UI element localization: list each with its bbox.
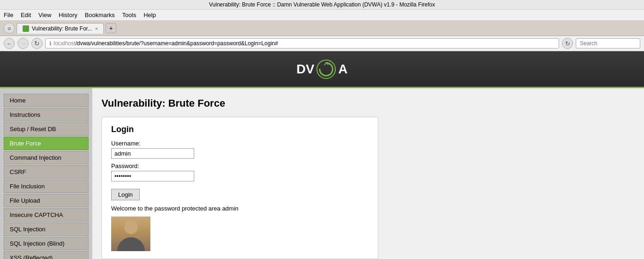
- sidebar-item-file-inclusion[interactable]: File Inclusion: [4, 180, 89, 193]
- url-bar-container[interactable]: ℹ localhost /dvwa/vulnerabilities/brute/…: [45, 38, 559, 48]
- url-protocol: localhost: [54, 40, 75, 47]
- password-group: Password:: [111, 163, 369, 181]
- dvwa-logo-text: DV: [296, 62, 314, 77]
- dvwa-logo: DV A: [296, 59, 347, 79]
- login-title: Login: [111, 125, 369, 134]
- dvwa-header: DV A: [0, 51, 644, 88]
- menu-bookmarks[interactable]: Bookmarks: [85, 12, 115, 18]
- sidebar: Home Instructions Setup / Reset DB Brute…: [0, 88, 92, 259]
- dvwa-logo-icon: [316, 59, 336, 79]
- menu-bar: File Edit View History Bookmarks Tools H…: [0, 10, 644, 21]
- sidebar-item-file-upload[interactable]: File Upload: [4, 194, 89, 207]
- menu-file[interactable]: File: [4, 12, 13, 18]
- lock-icon: ℹ: [49, 40, 52, 47]
- sidebar-item-home[interactable]: Home: [4, 94, 89, 107]
- sidebar-item-csrf[interactable]: CSRF: [4, 165, 89, 179]
- address-bar: ← → ↻ ℹ localhost /dvwa/vulnerabilities/…: [0, 36, 644, 51]
- tab-label: Vulnerability: Brute For...: [32, 25, 92, 32]
- sidebar-item-xss-reflected[interactable]: XSS (Reflected): [4, 251, 89, 259]
- password-input[interactable]: [111, 171, 194, 181]
- sidebar-item-sql-injection[interactable]: SQL Injection: [4, 223, 89, 236]
- user-avatar-image: [111, 217, 150, 251]
- user-avatar-inner: [111, 217, 150, 251]
- welcome-message: Welcome to the password protected area a…: [111, 205, 369, 212]
- login-box: Login Username: Password: Login Welcome …: [101, 117, 378, 259]
- menu-tools[interactable]: Tools: [122, 12, 136, 18]
- sidebar-item-setup-reset-db[interactable]: Setup / Reset DB: [4, 122, 89, 136]
- search-input[interactable]: [576, 38, 640, 48]
- title-bar: Vulnerability: Brute Force :: Damn Vulne…: [0, 0, 644, 10]
- page-title: Vulnerability: Brute Force: [101, 97, 635, 109]
- username-input[interactable]: [111, 148, 194, 159]
- sidebar-item-insecure-captcha[interactable]: Insecure CAPTCHA: [4, 208, 89, 222]
- main-layout: Home Instructions Setup / Reset DB Brute…: [0, 88, 644, 259]
- username-group: Username:: [111, 140, 369, 159]
- menu-edit[interactable]: Edit: [21, 12, 31, 18]
- tab-bar: ☺ Vulnerability: Brute For... × +: [0, 21, 644, 36]
- menu-history[interactable]: History: [59, 12, 77, 18]
- profile-button[interactable]: ☺: [4, 23, 15, 34]
- sidebar-item-instructions[interactable]: Instructions: [4, 108, 89, 121]
- sidebar-item-brute-force[interactable]: Brute Force: [4, 137, 89, 150]
- refresh-button[interactable]: ↻: [31, 38, 42, 49]
- page-wrapper: DV A Home Instructions Setup / Reset DB …: [0, 51, 644, 259]
- back-button[interactable]: ←: [4, 38, 15, 49]
- menu-help[interactable]: Help: [143, 12, 156, 18]
- tab-favicon: [23, 25, 29, 32]
- login-button[interactable]: Login: [111, 189, 140, 200]
- password-label: Password:: [111, 163, 369, 169]
- username-label: Username:: [111, 140, 369, 147]
- dvwa-logo-text2: A: [338, 62, 347, 77]
- forward-button[interactable]: →: [18, 38, 29, 49]
- menu-view[interactable]: View: [38, 12, 51, 18]
- active-tab[interactable]: Vulnerability: Brute For... ×: [17, 23, 104, 34]
- tab-close-button[interactable]: ×: [95, 26, 98, 31]
- content-area: Vulnerability: Brute Force Login Usernam…: [92, 88, 644, 259]
- title-bar-text: Vulnerability: Brute Force :: Damn Vulne…: [209, 1, 435, 8]
- url-path: /dvwa/vulnerabilities/brute/?username=ad…: [75, 40, 278, 47]
- sidebar-item-command-injection[interactable]: Command Injection: [4, 151, 89, 164]
- sidebar-item-sql-injection-blind[interactable]: SQL Injection (Blind): [4, 237, 89, 250]
- new-tab-button[interactable]: +: [106, 23, 116, 33]
- reload-button[interactable]: ↻: [562, 38, 573, 49]
